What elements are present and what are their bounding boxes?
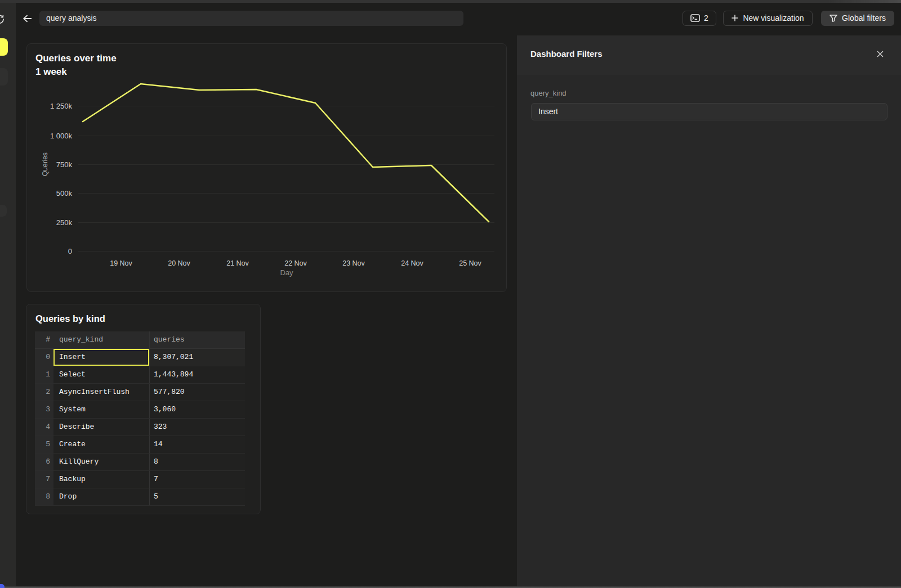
svg-text:24 Nov: 24 Nov xyxy=(401,259,423,267)
svg-text:1 250k: 1 250k xyxy=(50,102,73,110)
svg-text:25 Nov: 25 Nov xyxy=(459,259,481,267)
svg-text:19 Nov: 19 Nov xyxy=(110,259,132,267)
svg-text:0: 0 xyxy=(68,247,72,255)
svg-text:21 Nov: 21 Nov xyxy=(226,259,249,267)
svg-text:22 Nov: 22 Nov xyxy=(284,259,307,267)
svg-text:Day: Day xyxy=(280,268,293,277)
svg-text:250k: 250k xyxy=(56,218,73,227)
svg-text:1 000k: 1 000k xyxy=(50,132,73,140)
svg-text:500k: 500k xyxy=(56,189,73,198)
svg-text:20 Nov: 20 Nov xyxy=(168,259,190,267)
svg-text:Queries: Queries xyxy=(41,152,49,176)
svg-text:750k: 750k xyxy=(56,160,73,169)
svg-text:23 Nov: 23 Nov xyxy=(342,259,365,267)
